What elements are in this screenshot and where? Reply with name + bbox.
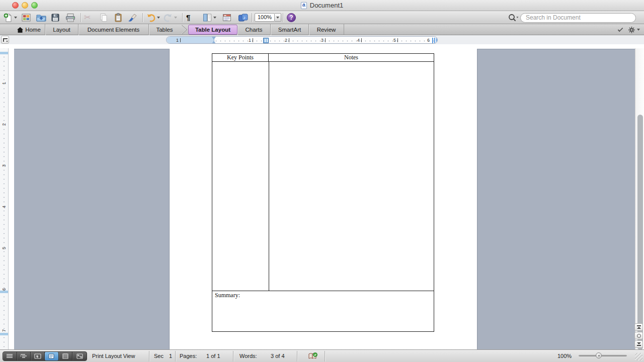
- ribbon-settings-button[interactable]: [628, 26, 640, 34]
- undo-button[interactable]: [146, 12, 160, 23]
- show-paragraph-marks-button[interactable]: ¶: [186, 12, 190, 23]
- titlebar: Document1: [0, 0, 644, 11]
- save-icon: [50, 13, 60, 23]
- tab-layout[interactable]: Layout: [45, 24, 78, 35]
- vertical-ruler[interactable]: 1 2 3 4 5 6 7: [0, 48, 9, 349]
- pages-value[interactable]: 1 of 1: [206, 353, 220, 359]
- words-value[interactable]: 3 of 4: [271, 353, 285, 359]
- notebook-layout-view-button[interactable]: [59, 352, 73, 360]
- toolbar-separator: [252, 13, 252, 22]
- ruler-label: 5: [393, 37, 396, 43]
- fields-button[interactable]: [222, 12, 232, 23]
- collapse-ribbon-icon[interactable]: [618, 26, 623, 31]
- document-gallery-button[interactable]: [21, 12, 31, 23]
- ruler-label: 1: [249, 37, 251, 43]
- vertical-scrollbar[interactable]: [635, 48, 644, 349]
- horizontal-ruler[interactable]: 1 1 2 3 4 5 6: [166, 36, 438, 44]
- document-gallery-icon: [21, 13, 31, 23]
- open-button[interactable]: [36, 12, 47, 23]
- ruler-label: 1: [2, 79, 7, 84]
- help-icon: ?: [287, 13, 296, 22]
- new-document-dropdown-arrow[interactable]: [14, 17, 17, 19]
- search-input[interactable]: [520, 13, 636, 23]
- print-layout-view-button[interactable]: [45, 352, 59, 360]
- table-column-divider[interactable]: [269, 62, 269, 291]
- left-margin-zone: [167, 37, 214, 44]
- zoom-slider-knob[interactable]: [596, 352, 602, 358]
- tab-table-layout[interactable]: Table Layout: [188, 25, 237, 35]
- columns-dropdown-arrow[interactable]: [213, 17, 216, 19]
- zoom-slider[interactable]: [579, 355, 627, 356]
- statusbar-separator: [233, 351, 233, 361]
- print-button[interactable]: [65, 12, 76, 23]
- table-row-marker[interactable]: [0, 52, 8, 54]
- pages-label: Pages:: [180, 353, 197, 359]
- pasteboard: [14, 49, 170, 349]
- next-page-button[interactable]: [634, 340, 643, 348]
- undo-dropdown-arrow[interactable]: [157, 17, 160, 19]
- key-points-header-cell[interactable]: Key Points: [212, 54, 269, 61]
- media-browser-icon: ♪: [237, 13, 249, 23]
- search-icon[interactable]: [507, 13, 520, 22]
- indent-markers[interactable]: [212, 37, 216, 44]
- previous-page-button[interactable]: [634, 323, 643, 331]
- summary-cell[interactable]: Summary:: [212, 291, 434, 331]
- hanging-indent-marker[interactable]: [212, 41, 216, 44]
- window-title: Document1: [310, 2, 343, 9]
- publishing-layout-view-button[interactable]: [31, 352, 45, 360]
- table-row-marker[interactable]: [0, 333, 8, 335]
- ribbon-tab-bar: Home Layout Document Elements Tables Tab…: [0, 24, 644, 35]
- copy-button[interactable]: [99, 12, 109, 23]
- table-column-marker[interactable]: [263, 38, 269, 43]
- tab-tables[interactable]: Tables: [149, 24, 180, 35]
- ruler-label: 3: [321, 37, 324, 43]
- toolbar-separator: [80, 13, 81, 22]
- window-resize-grip[interactable]: [635, 353, 642, 360]
- new-document-button[interactable]: [3, 12, 17, 23]
- outline-view-button[interactable]: [17, 352, 31, 360]
- spelling-status-button[interactable]: [308, 352, 318, 359]
- tab-charts[interactable]: Charts: [237, 24, 271, 35]
- save-button[interactable]: [50, 12, 60, 23]
- tab-review[interactable]: Review: [309, 24, 344, 35]
- home-icon: [17, 27, 23, 33]
- page-down-icon: [637, 342, 641, 344]
- search-area: [507, 13, 636, 23]
- notes-header-cell[interactable]: Notes: [269, 54, 434, 61]
- zoom-percent-label: 100%: [557, 353, 572, 359]
- scrollbar-thumb[interactable]: [637, 115, 643, 350]
- statusbar: Print Layout View Sec 1 Pages: 1 of 1 Wo…: [0, 349, 644, 362]
- media-browser-button[interactable]: ♪: [237, 12, 249, 23]
- format-painter-button[interactable]: [127, 12, 138, 23]
- full-screen-view-button[interactable]: [72, 352, 87, 360]
- statusbar-separator: [325, 351, 325, 361]
- draft-view-button[interactable]: [3, 352, 17, 360]
- columns-button[interactable]: [202, 12, 216, 23]
- section-label: Sec: [154, 353, 164, 359]
- redo-button[interactable]: [163, 12, 177, 23]
- zoom-select[interactable]: 100%: [255, 13, 275, 22]
- table-row-marker[interactable]: [0, 291, 8, 293]
- document-page[interactable]: Key Points Notes Summary:: [170, 49, 477, 349]
- ruler-label: 3: [2, 162, 7, 167]
- svg-text:♪: ♪: [244, 15, 246, 20]
- first-line-indent-marker[interactable]: [212, 37, 216, 40]
- paste-button[interactable]: [113, 12, 123, 23]
- view-mode-label[interactable]: Print Layout View: [92, 353, 135, 359]
- tab-document-elements[interactable]: Document Elements: [78, 24, 149, 35]
- tab-smartart[interactable]: SmartArt: [271, 24, 309, 35]
- ruler-label: 2: [2, 121, 7, 126]
- select-browse-object-button[interactable]: [634, 332, 643, 339]
- toolbar-separator: [182, 13, 183, 22]
- undo-icon: [146, 13, 156, 23]
- right-margin-marker[interactable]: [432, 38, 438, 43]
- contextual-tab-arrow-icon: [180, 24, 188, 35]
- table-body-row[interactable]: [212, 62, 434, 291]
- cut-button[interactable]: ✂: [84, 12, 91, 23]
- tab-home[interactable]: Home: [13, 24, 45, 35]
- zoom-select-dropdown[interactable]: [275, 13, 281, 22]
- tab-stop-selector[interactable]: [1, 36, 9, 44]
- help-button[interactable]: ?: [287, 12, 296, 23]
- format-painter-brush-icon: [127, 13, 138, 23]
- ruler-label: 4: [2, 203, 7, 208]
